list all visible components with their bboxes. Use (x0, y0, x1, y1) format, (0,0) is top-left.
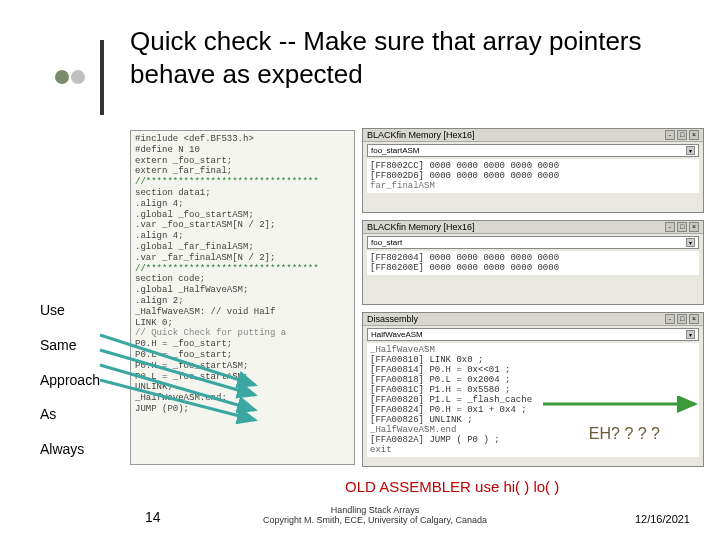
panel3-addr-bar[interactable]: HalfWaveASM (371, 330, 423, 339)
label-use: Use (40, 295, 100, 326)
maximize-icon[interactable]: □ (677, 222, 687, 232)
left-label-list: Use Same Approach As Always (40, 295, 100, 469)
panel2-addr-bar[interactable]: foo_start (371, 238, 402, 247)
close-icon[interactable]: × (689, 314, 699, 324)
minimize-icon[interactable]: - (665, 314, 675, 324)
label-always: Always (40, 434, 100, 465)
minimize-icon[interactable]: - (665, 222, 675, 232)
panel2-body: [FF802004] 0000 0000 0000 0000 0000 [FF8… (367, 251, 699, 275)
panel1-body: [FF8002CC] 0000 0000 0000 0000 0000 [FF8… (367, 159, 699, 193)
dropdown-icon[interactable]: ▾ (686, 238, 695, 247)
panel1-addr-bar[interactable]: foo_startASM (371, 146, 419, 155)
panel3-title: Disassembly (367, 314, 418, 324)
maximize-icon[interactable]: □ (677, 130, 687, 140)
dropdown-icon[interactable]: ▾ (686, 146, 695, 155)
old-assembler-note: OLD ASSEMBLER use hi( ) lo( ) (345, 478, 559, 495)
window-controls: - □ × (665, 222, 699, 232)
maximize-icon[interactable]: □ (677, 314, 687, 324)
close-icon[interactable]: × (689, 130, 699, 140)
disassembly-panel: Disassembly - □ × HalfWaveASM ▾ _HalfWav… (362, 312, 704, 467)
minimize-icon[interactable]: - (665, 130, 675, 140)
window-controls: - □ × (665, 314, 699, 324)
label-same: Same (40, 330, 100, 361)
panel1-title: BLACKfin Memory [Hex16] (367, 130, 475, 140)
decorative-dots (55, 70, 85, 88)
title-divider (100, 40, 110, 115)
footer-caption: Handling Stack Arrays Copyright M. Smith… (235, 505, 515, 525)
label-approach: Approach (40, 365, 100, 396)
label-as: As (40, 399, 100, 430)
slide-title: Quick check -- Make sure that array poin… (130, 25, 690, 90)
slide-number: 14 (145, 509, 161, 525)
close-icon[interactable]: × (689, 222, 699, 232)
eh-callout: EH? ? ? ? (589, 425, 660, 443)
dropdown-icon[interactable]: ▾ (686, 330, 695, 339)
source-code-pane: #include <def.BF533.h> #define N 10 exte… (130, 130, 355, 465)
panel2-title: BLACKfin Memory [Hex16] (367, 222, 475, 232)
memory-panel-foo-start: BLACKfin Memory [Hex16] - □ × foo_start … (362, 220, 704, 305)
memory-panel-foo-startasm: BLACKfin Memory [Hex16] - □ × foo_startA… (362, 128, 704, 213)
footer-date: 12/16/2021 (635, 513, 690, 525)
window-controls: - □ × (665, 130, 699, 140)
